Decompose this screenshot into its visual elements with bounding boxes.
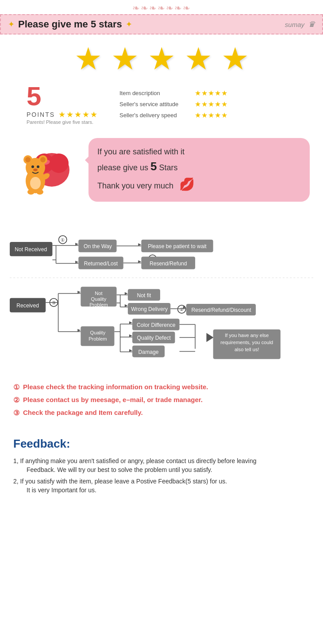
delivery-speed-label: Seller's delivery speed — [119, 112, 190, 119]
feedback-main-1: 1, If anything make you aren't satisfied… — [13, 457, 310, 464]
header-banner: ✦ Please give me 5 stars ✦ sumay ♛ — [0, 14, 323, 34]
feedback-sub-2: It is very Important for us. — [27, 487, 310, 494]
delivery-speed-stars: ★★★★★ — [195, 111, 228, 119]
lips-icon: 💋 — [179, 177, 195, 191]
svg-text:Quality Defect: Quality Defect — [137, 335, 171, 341]
svg-marker-51 — [77, 329, 81, 332]
svg-text:Problem: Problem — [89, 302, 108, 307]
item-desc-stars: ★★★★★ — [195, 89, 228, 97]
svg-marker-60 — [125, 292, 128, 295]
points-stars-small: ★★★★★ — [58, 110, 98, 119]
svg-marker-25 — [75, 243, 78, 245]
svg-marker-26 — [75, 261, 78, 264]
seller-service-stars: ★★★★★ — [195, 100, 228, 108]
big-star-2: ★ — [111, 43, 139, 74]
instruction-num-1: ① — [13, 383, 19, 391]
header-star-right: ✦ — [126, 19, 132, 29]
feedback-title: Feedback: — [13, 437, 310, 451]
svg-text:Resend/Refund/Discount: Resend/Refund/Discount — [191, 307, 251, 313]
points-row-3: Seller's delivery speed ★★★★★ — [119, 111, 228, 119]
svg-marker-80 — [129, 321, 132, 324]
svg-point-11 — [37, 165, 39, 168]
feedback-item-2: 2, If you satisfy with the item, please … — [13, 478, 310, 494]
svg-marker-82 — [129, 349, 132, 352]
svg-point-2 — [49, 153, 69, 173]
points-number: 5 — [27, 83, 41, 110]
svg-text:Please be patient to wait: Please be patient to wait — [148, 243, 207, 249]
flowchart-svg: Not Received ① On the Way Please be pati… — [9, 215, 314, 368]
feedback-section: Feedback: 1, If anything make you aren't… — [0, 428, 323, 511]
svg-point-10 — [31, 165, 34, 168]
brand-name: sumay — [285, 21, 304, 28]
crown-icon: ♛ — [308, 19, 315, 29]
top-decoration: ❧❧❧❧❧❧❧ — [0, 0, 323, 14]
big-star-3: ★ — [148, 43, 176, 74]
svg-point-14 — [30, 177, 41, 189]
svg-marker-30 — [138, 243, 141, 246]
instruction-text-2: Please contact us by meesage, e–mail, or… — [23, 396, 203, 403]
svg-marker-93 — [206, 333, 213, 342]
points-section: 5 POINTS ★★★★★ Parents! Please give five… — [0, 79, 323, 134]
svg-text:Damage: Damage — [138, 349, 159, 355]
svg-point-12 — [33, 169, 38, 171]
svg-text:If you have any else: If you have any else — [225, 333, 269, 338]
svg-text:Returned/Lost: Returned/Lost — [84, 261, 118, 267]
instructions-section: ① Please check the tracking information … — [0, 376, 323, 428]
points-subtitle: Parents! Please give five stars. — [27, 119, 93, 125]
big-star-4: ★ — [185, 43, 212, 74]
svg-point-8 — [25, 157, 31, 162]
seller-service-label: Seller's service attitude — [119, 101, 190, 107]
svg-marker-81 — [129, 334, 132, 337]
instruction-num-3: ③ — [13, 409, 19, 417]
feedback-item-1: 1, If anything make you aren't satisfied… — [13, 457, 310, 473]
item-desc-label: Item description — [119, 90, 190, 96]
svg-text:Resend/Refund: Resend/Refund — [150, 261, 187, 267]
svg-text:Not fit: Not fit — [137, 292, 151, 299]
svg-marker-38 — [138, 260, 141, 263]
character-illustration — [20, 141, 77, 199]
svg-text:On the Way: On the Way — [84, 243, 112, 249]
instruction-item-1: ① Please check the tracking information … — [13, 383, 310, 391]
points-row-1: Item description ★★★★★ — [119, 89, 228, 97]
points-label: POINTS — [27, 111, 55, 118]
svg-text:Received: Received — [16, 303, 39, 309]
svg-text:Quality: Quality — [91, 296, 107, 302]
svg-point-15 — [27, 189, 35, 195]
instruction-num-2: ② — [13, 396, 19, 404]
satisfaction-text: If you are satisfied with it please give… — [97, 146, 301, 194]
svg-text:Problem: Problem — [88, 336, 107, 341]
header-title: Please give me 5 stars — [18, 19, 122, 30]
big-stars-row: ★ ★ ★ ★ ★ — [0, 34, 323, 79]
header-star-left: ✦ — [8, 19, 15, 29]
feedback-sub-1: Feedback. We will try our best to solve … — [27, 466, 310, 473]
instruction-text-3: Check the package and Item carefully. — [23, 409, 143, 416]
instruction-text-1: Please check the tracking information on… — [23, 383, 208, 391]
instruction-item-2: ② Please contact us by meesage, e–mail, … — [13, 396, 310, 404]
svg-text:Wrong Delivery: Wrong Delivery — [131, 306, 168, 312]
svg-text:requirements, you could: requirements, you could — [220, 340, 273, 345]
svg-text:Color Difference: Color Difference — [137, 322, 176, 328]
svg-text:Not Received: Not Received — [15, 246, 47, 253]
points-row-2: Seller's service attitude ★★★★★ — [119, 100, 228, 108]
feedback-main-2: 2, If you satisfy with the item, please … — [13, 478, 310, 485]
svg-text:also tell us!: also tell us! — [235, 347, 259, 352]
instruction-item-3: ③ Check the package and Item carefully. — [13, 409, 310, 417]
svg-point-16 — [36, 189, 43, 195]
svg-text:Not: Not — [95, 291, 103, 296]
svg-point-9 — [40, 157, 46, 162]
flowchart-section: Not Received ① On the Way Please be pati… — [0, 211, 323, 376]
svg-marker-50 — [77, 291, 81, 293]
big-star-1: ★ — [74, 43, 102, 74]
speech-bubble: If you are satisfied with it please give… — [88, 138, 310, 202]
satisfaction-section: If you are satisfied with it please give… — [0, 134, 323, 211]
svg-text:①: ① — [61, 238, 65, 242]
svg-marker-61 — [125, 304, 128, 307]
big-star-5: ★ — [221, 43, 249, 74]
svg-text:Quality: Quality — [90, 330, 106, 335]
